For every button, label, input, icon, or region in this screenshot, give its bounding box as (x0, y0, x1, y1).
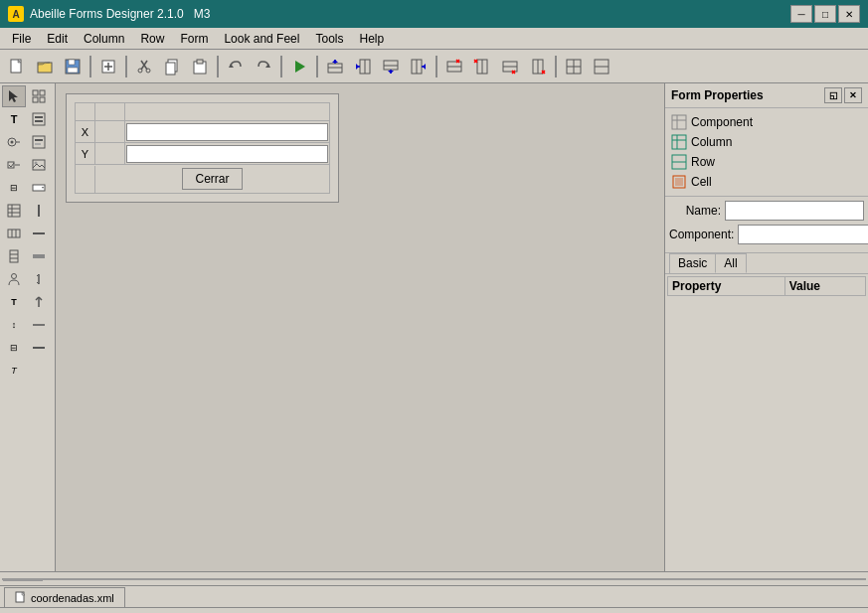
radio-tool[interactable] (2, 131, 26, 153)
save-button[interactable] (60, 54, 86, 79)
svg-rect-69 (33, 136, 45, 148)
maximize-button[interactable]: □ (814, 5, 836, 23)
add-component-button[interactable] (95, 54, 121, 79)
svg-rect-65 (35, 120, 43, 122)
minimize-button[interactable]: ─ (790, 5, 812, 23)
status-bar: C:\gvdevel\gvsig\gvSIG-desktop-2.3.0-244… (0, 607, 868, 613)
undo-button[interactable] (223, 54, 249, 79)
svg-rect-61 (33, 97, 38, 102)
text-tool[interactable]: T (2, 108, 26, 130)
label-tool[interactable]: T (2, 360, 26, 382)
svg-point-91 (12, 274, 17, 279)
component-item-cell[interactable]: Cell (667, 172, 866, 192)
list-tool[interactable] (27, 131, 51, 153)
menu-tools[interactable]: Tools (307, 28, 351, 49)
hline-tool[interactable] (27, 223, 51, 244)
select-tool[interactable] (2, 85, 26, 107)
component-item-column[interactable]: Column (667, 132, 866, 152)
vsep-tool[interactable] (27, 314, 51, 336)
new-button[interactable] (4, 54, 30, 79)
title-bar-controls: ─ □ ✕ (790, 5, 860, 23)
menu-file[interactable]: File (4, 28, 39, 49)
scrollbar-track (2, 578, 866, 580)
svg-rect-62 (40, 97, 45, 102)
arrow-tool[interactable] (27, 291, 51, 313)
del-row-button[interactable] (441, 54, 467, 79)
col-header: Property (668, 277, 785, 296)
component-field-input[interactable] (738, 225, 868, 244)
title-tool[interactable]: T (2, 291, 26, 313)
toolbar-sep-2 (125, 56, 127, 77)
svg-rect-59 (33, 90, 38, 95)
x-input[interactable] (126, 123, 328, 141)
toolbar-sep-7 (555, 56, 557, 77)
svg-rect-103 (672, 135, 686, 149)
svg-rect-70 (35, 139, 43, 141)
image-tool[interactable] (27, 154, 51, 176)
svg-rect-83 (8, 230, 20, 237)
component-icon (671, 114, 687, 130)
person-tool[interactable] (2, 268, 26, 290)
component-item-component[interactable]: Component (667, 112, 866, 132)
insert-row-before-button[interactable] (322, 54, 348, 79)
checkbox-tool[interactable] (2, 154, 26, 176)
title-bar: A Abeille Forms Designer 2.1.0 M3 ─ □ ✕ (0, 0, 868, 28)
copy-button[interactable] (159, 54, 185, 79)
scale-tool[interactable]: ↕ (2, 314, 26, 336)
name-field-input[interactable] (725, 201, 864, 221)
separator-right-tool[interactable] (27, 268, 51, 290)
hline2-tool[interactable] (27, 337, 51, 359)
row-icon (671, 154, 687, 170)
vline-tool[interactable] (27, 200, 51, 222)
horizontal-scrollbar[interactable] (0, 571, 868, 585)
svg-point-12 (138, 69, 142, 73)
cell-icon (671, 174, 687, 190)
insert-col-before-button[interactable] (350, 54, 376, 79)
field-tool[interactable]: ⊟ (2, 337, 26, 359)
app-name: Abeille Forms Designer 2.1.0 (30, 7, 184, 21)
menu-edit[interactable]: Edit (39, 28, 76, 49)
open-button[interactable] (32, 54, 58, 79)
del-col2-button[interactable] (525, 54, 551, 79)
component-label: Component (691, 115, 753, 129)
tab-all[interactable]: All (715, 253, 746, 273)
combo-tool[interactable] (27, 177, 51, 199)
scrollbar-thumb[interactable] (3, 579, 43, 581)
y-input[interactable] (126, 145, 328, 163)
menu-row[interactable]: Row (132, 28, 172, 49)
panel-close-button[interactable]: ✕ (844, 87, 862, 103)
panel-tool[interactable] (27, 108, 51, 130)
del-row2-button[interactable] (497, 54, 523, 79)
component-item-row[interactable]: Row (667, 152, 866, 172)
svg-rect-17 (197, 60, 203, 64)
paste-button[interactable] (187, 54, 213, 79)
run-button[interactable] (286, 54, 312, 79)
menu-column[interactable]: Column (76, 28, 132, 49)
grid-tool[interactable] (27, 85, 51, 107)
bottom-tab-coordenadas[interactable]: coordenadas.xml (4, 587, 125, 607)
filler-tool[interactable] (27, 245, 51, 267)
del-col-button[interactable] (469, 54, 495, 79)
menu-form[interactable]: Form (172, 28, 216, 49)
split-button[interactable] (589, 54, 614, 79)
menu-help[interactable]: Help (351, 28, 392, 49)
spinner-tool[interactable]: ⊟ (2, 177, 26, 199)
panel-float-button[interactable]: ◱ (824, 87, 842, 103)
svg-point-67 (11, 141, 14, 144)
insert-row-after-button[interactable] (378, 54, 404, 79)
hbox-tool[interactable] (2, 223, 26, 244)
redo-button[interactable] (251, 54, 276, 79)
property-table: PropertyValue (667, 276, 866, 296)
tab-basic[interactable]: Basic (669, 253, 716, 273)
close-button[interactable]: ✕ (838, 5, 860, 23)
insert-col-after-button[interactable] (406, 54, 432, 79)
canvas-area[interactable]: X Y Cerrar (56, 83, 664, 571)
table-tool[interactable] (2, 200, 26, 222)
menu-look-and-feel[interactable]: Look and Feel (216, 28, 307, 49)
merge-button[interactable] (561, 54, 587, 79)
svg-marker-28 (356, 64, 359, 70)
cerrar-button[interactable]: Cerrar (182, 168, 242, 190)
svg-marker-32 (388, 71, 394, 74)
cut-button[interactable] (131, 54, 157, 79)
vbox-tool[interactable] (2, 245, 26, 267)
